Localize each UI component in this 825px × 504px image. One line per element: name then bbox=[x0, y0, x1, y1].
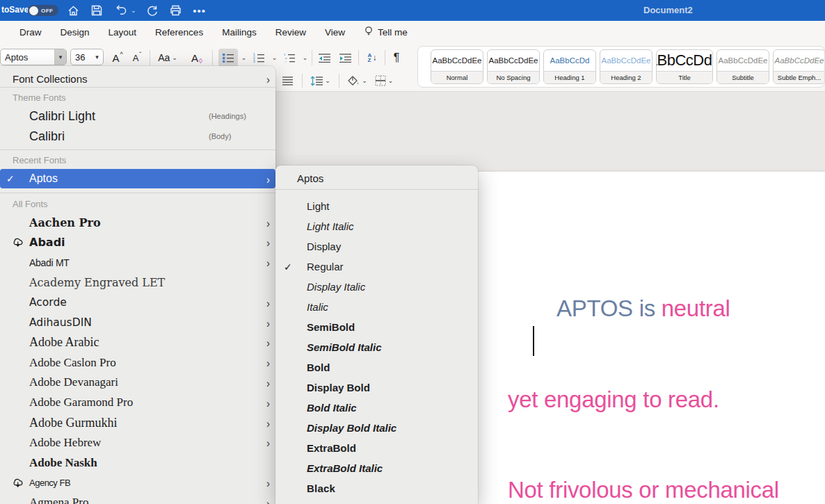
font-style-label: Light bbox=[307, 200, 330, 212]
style-label: Subtle Emph... bbox=[774, 71, 825, 83]
menu-item-calibri-light[interactable]: Calibri Light (Headings) bbox=[0, 106, 275, 126]
font-name-label: Adobe Gurmukhi bbox=[29, 416, 117, 430]
menu-item-adobe-devanagari[interactable]: Adobe Devanagari› bbox=[0, 373, 275, 392]
font-name-value: Aptos bbox=[1, 52, 54, 63]
shading-button[interactable]: ⌄ bbox=[345, 72, 370, 90]
submenu-item-semibold[interactable]: SemiBold bbox=[275, 317, 478, 337]
justify-button[interactable] bbox=[278, 72, 296, 90]
menu-item-abadi[interactable]: Abadi› bbox=[0, 233, 275, 252]
font-name-dropdown-icon[interactable]: ▾ bbox=[54, 49, 66, 65]
font-name-label: Aachen Pro bbox=[29, 216, 101, 229]
show-paragraph-marks-button[interactable]: ¶ bbox=[388, 49, 405, 67]
submenu-item-semibold-italic[interactable]: SemiBold Italic bbox=[275, 337, 478, 357]
style-subtle-emph-[interactable]: AaBbCcDdEeSubtle Emph... bbox=[773, 49, 825, 84]
submenu-item-display-bold[interactable]: Display Bold bbox=[275, 377, 478, 398]
undo-chevron-icon[interactable]: ⌄ bbox=[131, 7, 136, 14]
tab-tell-me[interactable]: Tell me bbox=[364, 26, 408, 39]
multilevel-list-button[interactable]: 1ai bbox=[280, 49, 299, 67]
tab-review[interactable]: Review bbox=[275, 27, 306, 38]
submenu-item-extrabold-italic[interactable]: ExtraBold Italic bbox=[275, 458, 478, 478]
document-text: APTOS is neutral yet engaging to read. N… bbox=[508, 233, 779, 504]
style-heading-1[interactable]: AaBbCcDdHeading 1 bbox=[543, 49, 596, 84]
style-title[interactable]: AaBbCcDdEeTitle bbox=[656, 49, 713, 84]
chevron-right-icon: › bbox=[266, 376, 270, 390]
submenu-item-display-bold-italic[interactable]: Display Bold Italic bbox=[275, 418, 478, 438]
borders-button[interactable]: ⌄ bbox=[370, 72, 398, 90]
font-style-label: Black bbox=[307, 482, 335, 494]
font-size-dropdown-icon[interactable]: ▾ bbox=[91, 49, 103, 65]
style-subtitle[interactable]: AaBbCcDdEeSubtitle bbox=[716, 49, 769, 84]
clear-formatting-button[interactable]: A◊ bbox=[186, 49, 207, 67]
style-normal[interactable]: AaBbCcDdEeNormal bbox=[431, 49, 483, 84]
tab-view[interactable]: View bbox=[325, 27, 345, 38]
save-icon[interactable] bbox=[89, 3, 104, 18]
justify-icon bbox=[282, 76, 293, 86]
menu-item-calibri[interactable]: Calibri (Body) bbox=[0, 127, 275, 146]
menu-item-acorde[interactable]: Acorde› bbox=[0, 293, 275, 312]
tab-references[interactable]: References bbox=[155, 27, 203, 38]
change-case-button[interactable]: Aa⌄ bbox=[154, 49, 181, 67]
doc-line2: yet engaging to read. bbox=[508, 384, 779, 415]
document-title: Document2 bbox=[643, 5, 693, 15]
font-size-combobox[interactable]: 36 ▾ bbox=[70, 49, 104, 65]
svg-text:3: 3 bbox=[253, 60, 255, 63]
numbered-list-button[interactable]: 123 bbox=[249, 49, 269, 67]
bullet-list-button[interactable] bbox=[218, 49, 238, 67]
submenu-item-display[interactable]: Display bbox=[275, 236, 478, 257]
undo-icon[interactable] bbox=[113, 3, 128, 18]
menu-item-agency-fb[interactable]: Agency FB› bbox=[0, 473, 275, 492]
more-commands-icon[interactable]: ••• bbox=[192, 3, 207, 18]
submenu-item-display-italic[interactable]: Display Italic bbox=[275, 277, 478, 297]
headings-note: (Headings) bbox=[209, 112, 246, 120]
submenu-item-bold[interactable]: Bold bbox=[275, 357, 478, 377]
chevron-right-icon: › bbox=[266, 216, 270, 229]
submenu-item-light-italic[interactable]: Light Italic bbox=[275, 216, 478, 236]
menu-item-adobe-naskh[interactable]: Adobe Naskh bbox=[0, 453, 275, 473]
font-name-label: Agency FB bbox=[29, 478, 70, 488]
multilevel-list-dropdown-icon[interactable]: ⌄ bbox=[299, 49, 309, 67]
tab-mailings[interactable]: Mailings bbox=[222, 27, 257, 38]
line-spacing-button[interactable]: ⌄ bbox=[308, 72, 333, 90]
increase-indent-button[interactable] bbox=[335, 49, 355, 67]
print-icon[interactable] bbox=[168, 3, 184, 18]
menu-item-adobe-hebrew[interactable]: Adobe Hebrew› bbox=[0, 433, 275, 453]
tab-layout[interactable]: Layout bbox=[109, 27, 137, 38]
submenu-title: Aptos bbox=[297, 172, 323, 184]
submenu-item-regular[interactable]: ✓Regular bbox=[275, 257, 478, 277]
style-no-spacing[interactable]: AaBbCcDdEeNo Spacing bbox=[487, 49, 540, 84]
grow-font-button[interactable]: A^ bbox=[108, 49, 127, 67]
tab-design[interactable]: Design bbox=[61, 27, 90, 38]
autosave-toggle[interactable]: OFF bbox=[28, 5, 58, 16]
aptos-style-submenu: Aptos LightLight ItalicDisplay✓RegularDi… bbox=[275, 165, 478, 504]
font-name-label: Academy Engraved LET bbox=[29, 276, 165, 289]
styles-gallery: AaBbCcDdEeNormalAaBbCcDdEeNo SpacingAaBb… bbox=[417, 46, 825, 88]
submenu-item-extrabold[interactable]: ExtraBold bbox=[275, 438, 478, 458]
numbered-list-dropdown-icon[interactable]: ⌄ bbox=[269, 49, 278, 67]
menu-item-agmena-pro[interactable]: Agmena Pro› bbox=[0, 493, 275, 504]
menu-item-adobe-gurmukhi[interactable]: Adobe Gurmukhi› bbox=[0, 413, 275, 432]
menu-item-aptos-selected[interactable]: ✓ Aptos › bbox=[0, 169, 275, 188]
submenu-item-light[interactable]: Light bbox=[275, 196, 478, 216]
home-icon[interactable] bbox=[65, 3, 81, 18]
menu-item-abadi-mt[interactable]: Abadi MT› bbox=[0, 253, 275, 273]
numbered-list-icon: 123 bbox=[253, 53, 264, 63]
shrink-font-button[interactable]: Aˇ bbox=[127, 49, 147, 67]
submenu-item-bold-italic[interactable]: Bold Italic bbox=[275, 398, 478, 418]
menu-item-aachen-pro[interactable]: Aachen Pro› bbox=[0, 213, 275, 232]
sort-button[interactable]: AZ ↓ bbox=[362, 49, 383, 67]
bullet-list-dropdown-icon[interactable]: ⌄ bbox=[238, 49, 248, 67]
menu-item-adihausdin[interactable]: AdihausDIN› bbox=[0, 313, 275, 332]
font-name-combobox[interactable]: Aptos ▾ bbox=[0, 49, 67, 65]
submenu-item-black[interactable]: Black bbox=[275, 478, 478, 498]
tab-draw[interactable]: Draw bbox=[19, 27, 42, 38]
style-heading-2[interactable]: AaBbCcDdEeHeading 2 bbox=[600, 49, 652, 84]
menu-item-adobe-caslon-pro[interactable]: Adobe Caslon Pro› bbox=[0, 353, 275, 373]
style-sample: AaBbCcDdEe bbox=[657, 50, 712, 71]
menu-item-academy-engraved-let[interactable]: Academy Engraved LET bbox=[0, 273, 275, 292]
menu-item-font-collections[interactable]: Font Collections › bbox=[0, 69, 275, 88]
submenu-item-italic[interactable]: Italic bbox=[275, 297, 478, 317]
redo-icon[interactable] bbox=[145, 3, 160, 18]
menu-item-adobe-arabic[interactable]: Adobe Arabic› bbox=[0, 333, 275, 352]
decrease-indent-button[interactable] bbox=[314, 49, 334, 67]
menu-item-adobe-garamond-pro[interactable]: Adobe Garamond Pro› bbox=[0, 393, 275, 412]
